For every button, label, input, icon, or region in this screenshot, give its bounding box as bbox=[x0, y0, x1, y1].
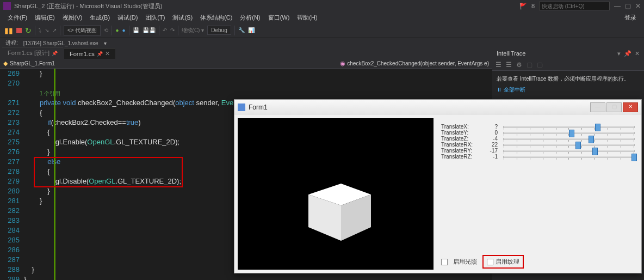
slider-thumb[interactable] bbox=[592, 148, 598, 155]
form1-minimize-button[interactable]: — bbox=[590, 102, 605, 112]
menu-item[interactable]: 视图(V) bbox=[59, 13, 86, 23]
close-button[interactable]: ✕ bbox=[635, 2, 641, 10]
code-line[interactable]: } bbox=[24, 275, 492, 280]
slider-track[interactable] bbox=[503, 156, 635, 158]
form1-titlebar[interactable]: Form1 — ▢ ✕ bbox=[234, 100, 641, 115]
config-combo[interactable]: Debug bbox=[207, 26, 231, 35]
slider-value: 0 bbox=[485, 130, 498, 136]
menu-item[interactable]: 体系结构(C) bbox=[197, 13, 236, 23]
highlight-box: 启用纹理 bbox=[482, 255, 524, 269]
process-dropdown-icon[interactable]: ▾ bbox=[104, 40, 107, 46]
menu-item[interactable]: 文件(F) bbox=[4, 13, 30, 23]
cube-rendering bbox=[303, 173, 379, 244]
toolbar-button[interactable]: 📊 bbox=[248, 27, 255, 33]
editor-nav-bar: ◆ SharpGL_1.Form1 ◉ checkBox2_CheckedCha… bbox=[0, 59, 492, 69]
slider-thumb[interactable] bbox=[569, 130, 574, 137]
form1-window: Form1 — ▢ ✕ TranslateX:?TranslateY:0Tran… bbox=[234, 99, 642, 273]
line-number: 278 bbox=[0, 167, 20, 176]
toolbar-icon[interactable]: ▢ bbox=[527, 61, 532, 69]
code-line[interactable] bbox=[24, 78, 492, 88]
step-over-icon[interactable]: ⤵ bbox=[39, 27, 41, 33]
list-view-icon[interactable]: ☰ bbox=[496, 61, 501, 69]
slider-track[interactable] bbox=[503, 150, 635, 152]
slider-value: 22 bbox=[485, 142, 498, 148]
slider-value: -4 bbox=[485, 136, 498, 142]
slider-label: TranslateZ: bbox=[441, 136, 479, 142]
restart-icon[interactable]: ↻ bbox=[25, 26, 32, 35]
document-tab[interactable]: Form1.cs [设计]📌 bbox=[2, 47, 63, 59]
line-number: 269 bbox=[0, 69, 20, 78]
quick-launch-input[interactable] bbox=[539, 2, 610, 10]
save-icon[interactable]: 💾 bbox=[133, 27, 139, 33]
line-number: 274 bbox=[0, 127, 20, 137]
minimize-button[interactable]: — bbox=[614, 2, 621, 10]
panel-pin-icon[interactable]: 📌 bbox=[624, 50, 631, 57]
code-view-combo[interactable]: <> 代码视图 bbox=[64, 25, 101, 36]
menu-item[interactable]: 分析(N) bbox=[237, 13, 263, 23]
form1-title: Form1 bbox=[249, 104, 589, 111]
slider-row: TranslateRY:-17 bbox=[441, 148, 635, 154]
step-into-icon[interactable]: ↘ bbox=[45, 27, 49, 33]
pin-icon[interactable]: 📌 bbox=[52, 51, 58, 56]
toolbar-button[interactable]: ● bbox=[122, 27, 126, 33]
menu-item[interactable]: 测试(S) bbox=[169, 13, 196, 23]
gear-icon[interactable]: ⚙ bbox=[516, 61, 522, 69]
break-all-link[interactable]: 全部中断 bbox=[504, 87, 525, 93]
login-link[interactable]: 登录 bbox=[621, 13, 640, 23]
code-lens[interactable]: 1 个引用 bbox=[24, 88, 492, 98]
slider-label: TranslateRY: bbox=[441, 148, 479, 154]
code-line[interactable]: } bbox=[24, 69, 492, 78]
step-out-icon[interactable]: ↗ bbox=[52, 27, 57, 33]
slider-thumb[interactable] bbox=[575, 142, 581, 149]
save-all-icon[interactable]: 💾💾 bbox=[143, 27, 156, 33]
enable-texture-checkbox[interactable] bbox=[487, 259, 493, 265]
toolbar-button[interactable]: ↷ bbox=[170, 27, 175, 33]
enable-lighting-checkbox[interactable] bbox=[441, 259, 448, 265]
line-number: 285 bbox=[0, 235, 20, 245]
panel-close-icon[interactable]: ✕ bbox=[635, 50, 640, 57]
panel-dropdown-icon[interactable]: ▾ bbox=[617, 50, 621, 57]
notification-flag-icon[interactable]: 🚩 bbox=[519, 3, 527, 10]
menu-item[interactable]: 帮助(H) bbox=[294, 13, 320, 23]
toolbar-icon[interactable]: ▢ bbox=[537, 61, 543, 69]
slider-thumb[interactable] bbox=[595, 124, 600, 131]
toolbar-button[interactable]: 🔧 bbox=[238, 27, 245, 33]
maximize-button[interactable]: ▢ bbox=[625, 2, 631, 10]
stop-icon[interactable] bbox=[16, 28, 22, 33]
toolbar-dropdown[interactable]: 继续(C) ▾ bbox=[182, 27, 205, 34]
form1-close-button[interactable]: ✕ bbox=[623, 102, 638, 112]
menu-item[interactable]: 窗口(W) bbox=[265, 13, 293, 23]
slider-thumb[interactable] bbox=[589, 136, 594, 143]
menu-item[interactable]: 编辑(E) bbox=[32, 13, 58, 23]
line-number: 287 bbox=[0, 255, 20, 265]
slider-value: ? bbox=[485, 124, 498, 130]
notification-count[interactable]: 8 bbox=[531, 3, 535, 9]
line-number: 273 bbox=[0, 118, 20, 127]
toolbar-button[interactable]: ● bbox=[115, 27, 119, 33]
document-tab[interactable]: Form1.cs📌✕ bbox=[64, 48, 115, 59]
line-number: 288 bbox=[0, 265, 20, 275]
filter-icon[interactable]: ☰ bbox=[506, 61, 512, 69]
menu-bar: 文件(F)编辑(E)视图(V)生成(B)调试(D)团队(T)测试(S)体系结构(… bbox=[0, 12, 644, 23]
slider-row: TranslateRZ:-1 bbox=[441, 154, 635, 160]
opengl-canvas[interactable] bbox=[238, 118, 434, 270]
break-icon: ⏸ bbox=[497, 87, 504, 93]
slider-track[interactable] bbox=[503, 132, 635, 134]
line-number: 271 bbox=[0, 98, 20, 108]
menu-item[interactable]: 团队(T) bbox=[142, 13, 168, 23]
slider-track[interactable] bbox=[503, 144, 635, 146]
form1-maximize-button[interactable]: ▢ bbox=[606, 102, 622, 112]
document-tabs: Form1.cs [设计]📌Form1.cs📌✕ bbox=[0, 48, 492, 59]
pause-icon[interactable]: ▮▮ bbox=[4, 26, 13, 35]
tab-close-icon[interactable]: ✕ bbox=[105, 50, 110, 57]
slider-thumb[interactable] bbox=[631, 154, 637, 161]
nav-class[interactable]: SharpGL_1.Form1 bbox=[10, 60, 55, 66]
slider-track[interactable] bbox=[503, 126, 635, 128]
toolbar-button[interactable]: ↶ bbox=[163, 27, 167, 33]
slider-track[interactable] bbox=[503, 138, 635, 140]
menu-item[interactable]: 调试(D) bbox=[114, 13, 141, 23]
pin-icon[interactable]: 📌 bbox=[97, 51, 103, 57]
menu-item[interactable]: 生成(B) bbox=[86, 13, 113, 23]
nav-member[interactable]: checkBox2_CheckedChanged(object sender, … bbox=[347, 60, 489, 66]
toolbar-button[interactable]: ⟲ bbox=[104, 27, 108, 33]
